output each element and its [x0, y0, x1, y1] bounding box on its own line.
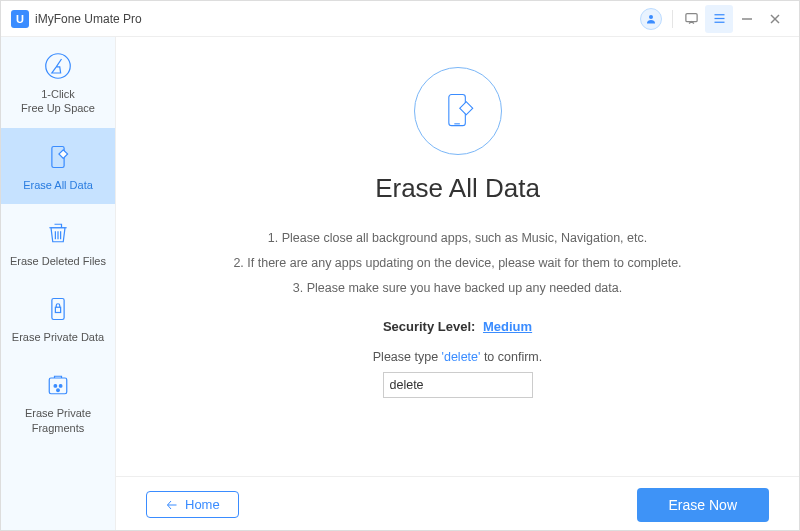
confirm-keyword: 'delete' — [442, 350, 481, 364]
trash-icon — [5, 218, 111, 248]
titlebar: U iMyFone Umate Pro — [1, 1, 799, 37]
confirm-input[interactable] — [383, 372, 533, 398]
app-title: iMyFone Umate Pro — [35, 12, 142, 26]
svg-rect-1 — [685, 14, 696, 22]
svg-point-17 — [54, 385, 57, 388]
hero-phone-erase-icon — [414, 67, 502, 155]
svg-rect-14 — [52, 299, 64, 320]
sidebar-item-label: Erase Private Data — [5, 330, 111, 344]
security-level-link[interactable]: Medium — [483, 319, 532, 334]
sidebar: 1-Click Free Up Space Erase All Data Era… — [1, 37, 116, 531]
close-button[interactable] — [761, 5, 789, 33]
svg-point-18 — [59, 385, 62, 388]
sidebar-item-label: Erase Private Fragments — [5, 406, 111, 435]
sidebar-item-label: Erase All Data — [5, 178, 111, 192]
svg-rect-10 — [59, 149, 68, 158]
confirm-instruction: Please type 'delete' to confirm. — [156, 350, 759, 364]
svg-point-0 — [649, 15, 653, 19]
minimize-button[interactable] — [733, 5, 761, 33]
broom-icon — [5, 51, 111, 81]
svg-point-8 — [46, 54, 71, 79]
step-line: 1. Please close all background apps, suc… — [156, 226, 759, 251]
lock-phone-icon — [5, 294, 111, 324]
step-line: 2. If there are any apps updating on the… — [156, 251, 759, 276]
home-button-label: Home — [185, 497, 220, 512]
sidebar-item-erase-deleted[interactable]: Erase Deleted Files — [1, 204, 115, 280]
sidebar-item-label: Erase Deleted Files — [5, 254, 111, 268]
app-fragments-icon — [5, 370, 111, 400]
menu-icon[interactable] — [705, 5, 733, 33]
feedback-icon[interactable] — [677, 5, 705, 33]
back-arrow-icon — [165, 499, 179, 511]
sidebar-item-label: 1-Click Free Up Space — [5, 87, 111, 116]
app-logo: U — [11, 10, 29, 28]
sidebar-item-erase-fragments[interactable]: Erase Private Fragments — [1, 356, 115, 447]
account-icon[interactable] — [640, 8, 662, 30]
svg-rect-22 — [459, 102, 472, 115]
security-level-label: Security Level: — [383, 319, 476, 334]
home-button[interactable]: Home — [146, 491, 239, 518]
footer-bar: Home Erase Now — [116, 476, 799, 531]
erase-now-button[interactable]: Erase Now — [637, 488, 769, 522]
sidebar-item-freeup[interactable]: 1-Click Free Up Space — [1, 37, 115, 128]
instruction-steps: 1. Please close all background apps, suc… — [156, 226, 759, 301]
step-line: 3. Please make sure you have backed up a… — [156, 276, 759, 301]
page-title: Erase All Data — [156, 173, 759, 204]
svg-point-19 — [57, 389, 60, 392]
svg-rect-15 — [55, 307, 60, 312]
security-level: Security Level: Medium — [156, 319, 759, 334]
main-panel: Erase All Data 1. Please close all backg… — [116, 37, 799, 531]
sidebar-item-erase-all[interactable]: Erase All Data — [1, 128, 115, 204]
sidebar-item-erase-private[interactable]: Erase Private Data — [1, 280, 115, 356]
phone-erase-icon — [5, 142, 111, 172]
